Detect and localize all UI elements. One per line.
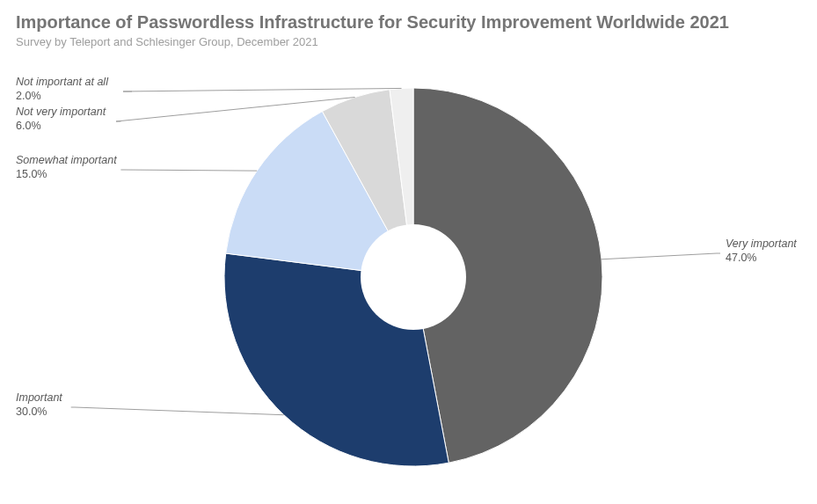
label-very-important: Very important 47.0%	[726, 237, 797, 265]
label-somewhat-important: Somewhat important 15.0%	[16, 154, 117, 181]
label-not-very-important: Not very important 6.0%	[16, 106, 106, 133]
label-not-important-at-all: Not important at all 2.0%	[16, 76, 108, 103]
label-important: Important 30.0%	[16, 391, 62, 419]
donut-hole	[361, 224, 466, 330]
leader-0	[602, 253, 720, 259]
chart-container: Importance of Passwordless Infrastructur…	[0, 0, 817, 504]
leader-1	[71, 407, 284, 415]
leader-2	[120, 170, 257, 171]
donut-chart	[0, 0, 817, 504]
leader-4	[123, 88, 402, 91]
